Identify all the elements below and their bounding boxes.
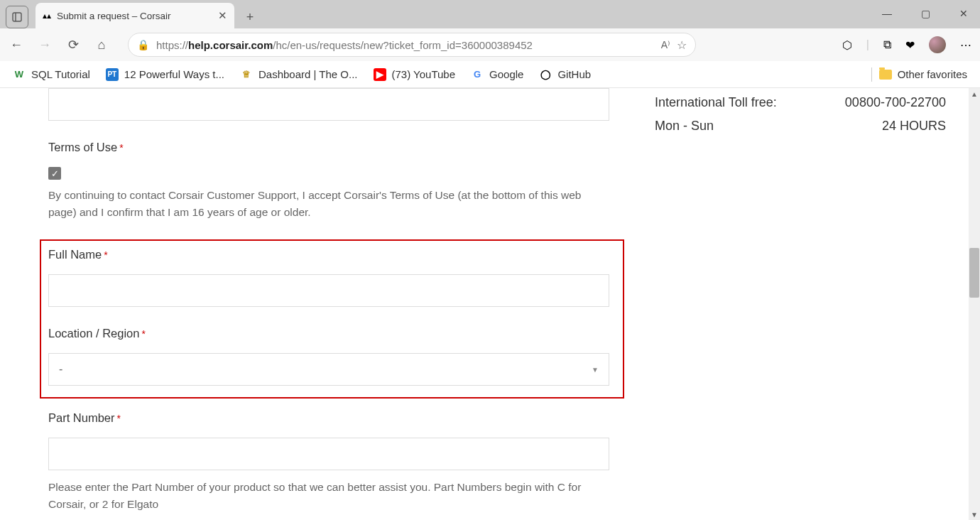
terms-label: Terms of Use xyxy=(48,141,609,154)
partnumber-field: Part Number Please enter the Part Number… xyxy=(48,411,609,513)
terms-help-text: By continuing to contact Corsair Custome… xyxy=(48,187,609,221)
forward-button: → xyxy=(37,37,53,53)
other-favorites[interactable]: Other favorites xyxy=(879,68,967,80)
fullname-label: Full Name xyxy=(48,248,616,261)
location-field: Location / Region - ▼ xyxy=(48,327,616,386)
location-label: Location / Region xyxy=(48,327,616,340)
highlight-box: Full Name Location / Region - ▼ xyxy=(40,239,624,399)
scroll-down-icon[interactable]: ▼ xyxy=(969,509,980,520)
side-row-left: International Toll free: xyxy=(655,95,777,110)
tab-title: Submit a request – Corsair xyxy=(57,11,212,21)
terms-field: Terms of Use ✓ By continuing to contact … xyxy=(48,141,609,221)
bookmark-sql[interactable]: WSQL Tutorial xyxy=(13,68,90,81)
chevron-down-icon: ▼ xyxy=(592,366,599,374)
bookmark-powerful[interactable]: PT12 Powerful Ways t... xyxy=(106,68,224,81)
partnumber-label: Part Number xyxy=(48,411,609,425)
url-text: https://help.corsair.com/hc/en-us/reques… xyxy=(156,39,654,51)
window-controls: — ▢ ✕ xyxy=(876,3,974,24)
other-favorites-label: Other favorites xyxy=(898,68,967,80)
separator xyxy=(871,67,872,82)
collections-icon[interactable]: ⧉ xyxy=(883,38,891,51)
side-row: Mon - Sun 24 HOURS xyxy=(655,119,946,134)
fullname-input[interactable] xyxy=(48,274,609,307)
scroll-up-icon[interactable]: ▲ xyxy=(969,88,980,99)
url-host: help.corsair.com xyxy=(188,39,273,51)
site-info-icon[interactable]: 🔒 xyxy=(137,39,149,50)
pt-icon: PT xyxy=(106,68,119,81)
close-tab-icon[interactable]: ✕ xyxy=(218,9,227,22)
crown-icon: ♕ xyxy=(240,68,253,81)
tab-strip: ▴▴ Submit a request – Corsair ✕ + xyxy=(0,0,980,28)
read-aloud-icon[interactable]: A⁾ xyxy=(661,39,670,50)
google-icon: G xyxy=(471,68,484,81)
bookmark-label: Google xyxy=(489,68,523,80)
bookmark-label: SQL Tutorial xyxy=(31,68,90,80)
fullname-field: Full Name xyxy=(48,248,616,307)
profile-avatar[interactable] xyxy=(929,36,946,53)
scroll-thumb[interactable] xyxy=(969,248,979,298)
performance-icon[interactable]: ❤ xyxy=(905,38,915,52)
corsair-logo-icon: ▴▴ xyxy=(43,11,51,21)
svg-rect-0 xyxy=(13,13,21,21)
bookmark-label: Dashboard | The O... xyxy=(258,68,358,80)
refresh-button[interactable]: ⟳ xyxy=(65,37,81,53)
folder-icon xyxy=(879,70,892,80)
side-row-left: Mon - Sun xyxy=(655,119,714,134)
maximize-button[interactable]: ▢ xyxy=(915,3,936,24)
home-button[interactable]: ⌂ xyxy=(94,37,109,53)
browser-tab[interactable]: ▴▴ Submit a request – Corsair ✕ xyxy=(36,3,234,28)
extensions-icon[interactable]: ⬡ xyxy=(842,38,852,52)
url-scheme: https:// xyxy=(156,39,188,51)
nav-bar: ← → ⟳ ⌂ 🔒 https://help.corsair.com/hc/en… xyxy=(0,28,980,61)
terms-checkbox[interactable]: ✓ xyxy=(48,167,61,180)
support-info-sidebar: International Toll free: 00800-700-22700… xyxy=(655,95,946,142)
bookmark-youtube[interactable]: ▶(73) YouTube xyxy=(374,68,456,81)
side-row-right: 24 HOURS xyxy=(882,119,946,134)
vertical-scrollbar[interactable]: ▲ ▼ xyxy=(969,88,980,520)
bookmark-github[interactable]: ◯GitHub xyxy=(539,68,591,81)
partnumber-input[interactable] xyxy=(48,438,609,470)
close-window-button[interactable]: ✕ xyxy=(953,3,974,24)
bookmark-google[interactable]: GGoogle xyxy=(471,68,523,81)
bookmark-label: GitHub xyxy=(557,68,591,80)
location-value: - xyxy=(59,363,592,376)
prev-field-input[interactable] xyxy=(48,88,609,121)
bookmark-dashboard[interactable]: ♕Dashboard | The O... xyxy=(240,68,358,81)
bookmarks-bar: WSQL Tutorial PT12 Powerful Ways t... ♕D… xyxy=(0,61,980,88)
page-content: Terms of Use ✓ By continuing to contact … xyxy=(0,88,980,520)
url-path: /hc/en-us/requests/new?ticket_form_id=36… xyxy=(273,39,533,51)
w3-icon: W xyxy=(13,68,26,81)
tab-actions-icon[interactable] xyxy=(6,6,28,28)
partnumber-help: Please enter the Part Number of your pro… xyxy=(48,479,609,513)
minimize-button[interactable]: — xyxy=(876,3,898,24)
form-column: Terms of Use ✓ By continuing to contact … xyxy=(0,88,980,520)
request-form: Terms of Use ✓ By continuing to contact … xyxy=(48,88,609,520)
location-dropdown[interactable]: - ▼ xyxy=(48,353,609,386)
side-row: International Toll free: 00800-700-22700 xyxy=(655,95,946,110)
bookmark-label: 12 Powerful Ways t... xyxy=(124,68,224,80)
address-bar[interactable]: 🔒 https://help.corsair.com/hc/en-us/requ… xyxy=(128,33,696,57)
browser-chrome: ▴▴ Submit a request – Corsair ✕ + — ▢ ✕ … xyxy=(0,0,980,88)
side-row-right: 00800-700-22700 xyxy=(845,95,946,110)
github-icon: ◯ xyxy=(539,68,552,81)
new-tab-button[interactable]: + xyxy=(239,6,261,28)
more-menu-icon[interactable]: ⋯ xyxy=(960,38,971,52)
youtube-icon: ▶ xyxy=(374,68,386,81)
bookmark-label: (73) YouTube xyxy=(392,68,456,80)
favorite-icon[interactable]: ☆ xyxy=(677,38,687,52)
back-button[interactable]: ← xyxy=(9,37,24,53)
